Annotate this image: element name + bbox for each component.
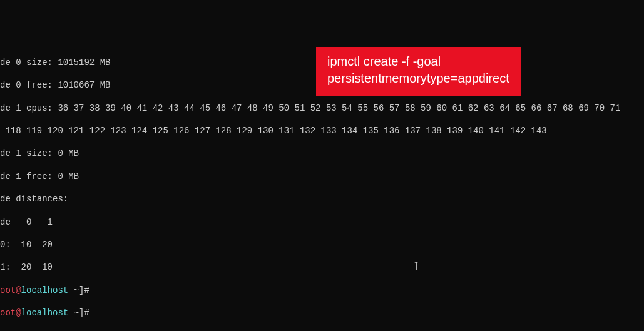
command-callout: ipmctl create -f -goal persistentmemoryt… (316, 47, 521, 96)
prompt-user: oot (0, 308, 16, 318)
prompt-line: oot@localhost ~]# (0, 307, 644, 318)
sysinfo-line: de 1 free: 0 MB (0, 171, 644, 182)
sysinfo-line: 118 119 120 121 122 123 124 125 126 127 … (0, 125, 644, 136)
callout-line1: ipmctl create -f -goal (327, 53, 509, 70)
prompt-host: localhost (21, 285, 69, 295)
callout-line2: persistentmemorytype=appdirect (327, 70, 509, 87)
sysinfo-line: de 1 size: 0 MB (0, 148, 644, 159)
sysinfo-line: 1: 20 10 (0, 262, 644, 273)
sysinfo-line: 0: 10 20 (0, 239, 644, 250)
prompt-suffix: ~]# (68, 285, 95, 295)
prompt-at: @ (16, 308, 21, 318)
prompt-user: oot (0, 285, 16, 295)
sysinfo-line: de 0 1 (0, 216, 644, 228)
prompt-line: oot@localhost ~]# (0, 285, 644, 296)
sysinfo-line: de distances: (0, 193, 644, 205)
sysinfo-line: de 1 cpus: 36 37 38 39 40 41 42 43 44 45… (0, 103, 644, 114)
prompt-host: localhost (21, 308, 69, 318)
text-cursor-icon: I (414, 260, 418, 274)
prompt-at: @ (16, 285, 21, 295)
prompt-suffix: ~]# (68, 308, 95, 318)
